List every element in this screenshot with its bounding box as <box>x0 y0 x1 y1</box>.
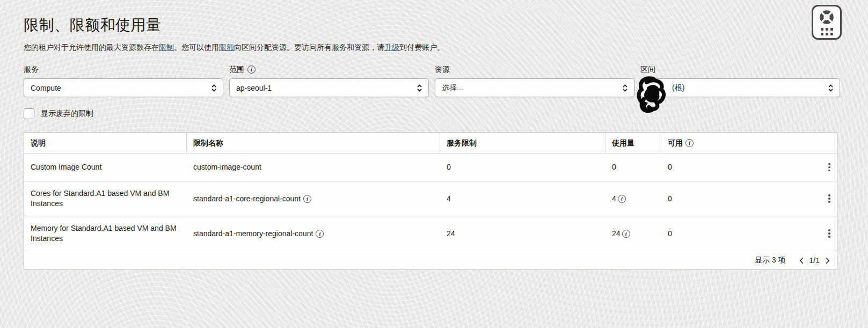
filter-label-text: 资源 <box>435 65 450 75</box>
page-description: 您的租户对于允许使用的最大资源数存在限制。您可以使用限额向区间分配资源。要访问所… <box>24 42 868 53</box>
table-row: Memory for Standard.A1 based VM and BM I… <box>24 216 837 251</box>
lifebuoy-icon <box>819 9 835 25</box>
compartment-filter: 区间 (根) <box>640 65 840 97</box>
resource-select-placeholder: 选择... <box>442 83 463 93</box>
page-indicator: 1/1 <box>809 256 820 265</box>
header-label: 限制名称 <box>193 138 223 148</box>
cell-description: Memory for Standard.A1 based VM and BM I… <box>24 216 187 251</box>
cell-text: Cores for Standard.A1 based VM and BM In… <box>31 188 180 209</box>
row-actions-menu[interactable] <box>826 192 833 205</box>
header-usage[interactable]: 使用量 <box>606 133 661 153</box>
header-label: 使用量 <box>612 138 634 148</box>
cell-text: 0 <box>612 162 616 172</box>
resource-filter: 资源 选择... <box>435 65 634 97</box>
header-label: 说明 <box>31 138 46 148</box>
service-select[interactable]: Compute <box>24 78 223 97</box>
filter-label-text: 区间 <box>640 65 655 75</box>
scope-select[interactable]: ap-seoul-1 <box>229 78 429 97</box>
pagination: 1/1 <box>799 256 830 265</box>
cell-available: 0 <box>661 154 822 181</box>
cell-service-limit: 4 <box>440 181 606 216</box>
show-deprecated-row: 显示废弃的限制 <box>24 108 868 119</box>
cell-usage: 4i <box>606 181 661 216</box>
cell-limit-name: custom-image-count <box>187 154 440 181</box>
header-limit-name[interactable]: 限制名称 <box>187 133 440 153</box>
items-count-label: 显示 3 项 <box>755 256 786 265</box>
cell-actions <box>822 181 837 216</box>
table-row: Cores for Standard.A1 based VM and BM In… <box>24 181 837 216</box>
cell-text: 0 <box>447 162 451 172</box>
cell-text: standard-a1-core-regional-count <box>193 194 301 204</box>
cell-usage: 24i <box>606 216 661 251</box>
service-select-value: Compute <box>31 84 61 92</box>
cell-description: Cores for Standard.A1 based VM and BM In… <box>24 181 187 216</box>
header-available[interactable]: 可用i <box>661 133 822 153</box>
resource-select[interactable]: 选择... <box>435 78 634 97</box>
available-info-icon[interactable]: i <box>685 139 694 147</box>
header-service-limit[interactable]: 服务限制 <box>440 133 606 153</box>
row-actions-menu[interactable] <box>826 227 833 240</box>
cell-text: custom-image-count <box>193 162 261 172</box>
cell-text: 4 <box>612 194 616 204</box>
description-text: 到付费账户。 <box>399 43 444 52</box>
header-actions <box>822 133 837 153</box>
description-text: 向区间分配资源。要访问所有服务和资源，请 <box>234 43 384 52</box>
chevron-right-icon <box>825 257 830 265</box>
compartment-select-value: (根) <box>672 83 684 93</box>
limit-name-info-icon[interactable]: i <box>303 195 311 203</box>
row-actions-menu[interactable] <box>826 161 833 174</box>
chevron-left-icon <box>799 257 804 265</box>
usage-info-icon[interactable]: i <box>622 230 630 238</box>
description-text: 。您可以使用 <box>174 43 219 52</box>
support-widget[interactable] <box>812 5 842 40</box>
cell-available: 0 <box>661 181 822 216</box>
cell-text: 0 <box>668 229 672 239</box>
cell-text: 0 <box>668 194 672 204</box>
resource-filter-label: 资源 <box>435 65 634 74</box>
filter-label-text: 范围 <box>229 65 244 75</box>
compartment-filter-label: 区间 <box>640 65 840 74</box>
header-label: 服务限制 <box>447 138 477 148</box>
scope-select-value: ap-seoul-1 <box>236 84 272 92</box>
limits-page: 限制、限额和使用量 您的租户对于允许使用的最大资源数存在限制。您可以使用限额向区… <box>0 0 868 270</box>
filter-label-text: 服务 <box>24 65 39 75</box>
cell-usage: 0 <box>606 154 661 181</box>
quotas-link[interactable]: 限额 <box>219 43 234 52</box>
limit-name-info-icon[interactable]: i <box>316 230 324 238</box>
cell-service-limit: 24 <box>440 216 606 251</box>
prev-page-button[interactable] <box>799 257 804 265</box>
cell-text: 24 <box>447 229 455 239</box>
cell-text: standard-a1-memory-regional-count <box>193 229 313 239</box>
cell-limit-name: standard-a1-memory-regional-counti <box>187 216 440 251</box>
usage-info-icon[interactable]: i <box>618 195 626 203</box>
header-description[interactable]: 说明 <box>24 133 187 153</box>
select-chevrons-icon <box>622 83 629 93</box>
page-title: 限制、限额和使用量 <box>24 15 868 35</box>
cell-limit-name: standard-a1-core-regional-counti <box>187 181 440 216</box>
cell-text: 0 <box>668 162 672 172</box>
limits-table: 说明 限制名称 服务限制 使用量 可用i Custom Image Count … <box>24 132 837 270</box>
cell-actions <box>822 154 837 181</box>
show-deprecated-checkbox[interactable] <box>24 108 34 119</box>
cell-actions <box>822 216 837 251</box>
show-deprecated-label: 显示废弃的限制 <box>41 109 93 119</box>
apps-grid-icon <box>821 28 833 35</box>
scope-info-icon[interactable]: i <box>247 65 256 74</box>
select-chevrons-icon <box>827 83 834 93</box>
table-header-row: 说明 限制名称 服务限制 使用量 可用i <box>24 133 837 154</box>
limits-link[interactable]: 限制 <box>159 43 174 52</box>
select-chevrons-icon <box>416 83 423 93</box>
cell-available: 0 <box>661 216 822 251</box>
next-page-button[interactable] <box>825 257 830 265</box>
filter-bar: 服务 Compute 范围 i ap-seoul-1 <box>24 65 868 97</box>
compartment-select[interactable]: (根) <box>640 78 840 97</box>
cell-text: Custom Image Count <box>31 162 101 172</box>
cell-text: 4 <box>447 194 451 204</box>
description-text: 您的租户对于允许使用的最大资源数存在 <box>24 43 159 52</box>
scope-filter-label: 范围 i <box>229 65 429 74</box>
select-chevrons-icon <box>210 83 217 93</box>
upgrade-link[interactable]: 升级 <box>384 43 399 52</box>
cell-text: Memory for Standard.A1 based VM and BM I… <box>31 223 180 244</box>
service-filter: 服务 Compute <box>24 65 223 97</box>
scope-filter: 范围 i ap-seoul-1 <box>229 65 429 97</box>
